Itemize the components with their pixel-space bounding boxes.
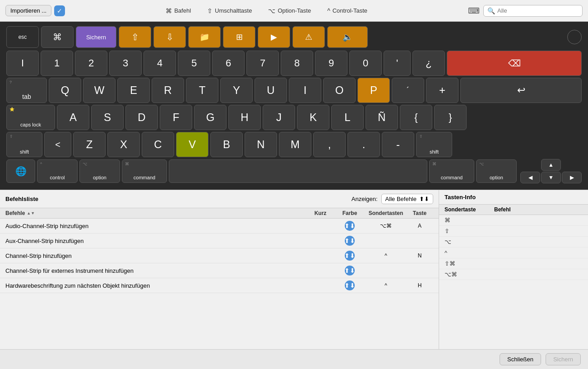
key-shift-right[interactable]: ⇧ shift [416,132,452,157]
key-o[interactable]: O [323,78,356,103]
key-i[interactable]: I [289,78,321,103]
import-button[interactable]: Importieren ... [5,5,51,16]
key-9[interactable]: 9 [315,51,347,76]
key-h[interactable]: H [228,105,261,130]
key-1[interactable]: 1 [41,51,73,76]
key-arrow-right[interactable]: ▶ [562,172,582,183]
table-row[interactable]: Audio-Channel-Strip hinzufügen ⬆⬇ ⌥⌘ A [0,219,439,234]
key-r[interactable]: R [152,78,184,103]
key-fn-shift[interactable]: ⇧ [119,26,151,48]
key-u[interactable]: U [255,78,287,103]
color-btn-4[interactable]: ⬆⬇ [345,280,355,290]
key-arrow-down[interactable]: ▼ [541,172,561,183]
key-w[interactable]: W [83,78,116,103]
key-e[interactable]: E [117,78,150,103]
key-v[interactable]: V [176,132,208,157]
key-b[interactable]: B [210,132,243,157]
table-row[interactable]: Hardwarebeschriftung zum nächsten Objekt… [0,278,439,293]
key-comma[interactable]: , [313,132,346,157]
key-arrow-left[interactable]: ◀ [520,172,540,183]
key-fn-folder[interactable]: 📁 [188,26,221,48]
table-row[interactable]: Aux-Channel-Strip hinzufügen ⬆⬇ [0,234,439,248]
close-button[interactable]: Schließen [500,353,541,365]
key-acute[interactable]: ´ [392,78,424,103]
color-btn-0[interactable]: ⬆⬇ [345,221,355,231]
key-rbrace[interactable]: } [434,105,467,130]
key-ntilde[interactable]: Ñ [366,105,398,130]
key-option-left[interactable]: ⌥ option [79,159,120,183]
table-row[interactable]: Channel-Strip hinzufügen ⬆⬇ ^ N [0,248,439,263]
key-pipe[interactable]: I [6,51,39,76]
color-btn-3[interactable]: ⬆⬇ [345,266,355,276]
key-j[interactable]: J [263,105,295,130]
key-0[interactable]: 0 [349,51,382,76]
key-fn-cmd[interactable]: ⌘ [41,26,74,48]
ki-row: ⇧⌘ [439,258,588,269]
key-fn-play[interactable]: ▶ [258,26,290,48]
checkmark-button[interactable]: ✓ [54,5,65,16]
key-p[interactable]: P [357,78,390,103]
color-btn-2[interactable]: ⬆⬇ [345,251,355,261]
keyboard-icon-button[interactable]: ⌨ [468,6,480,16]
key-command-left[interactable]: ⌘ command [122,159,167,183]
key-8[interactable]: 8 [281,51,313,76]
key-3[interactable]: 3 [109,51,142,76]
key-fn-warn[interactable]: ⚠ [292,26,325,48]
key-apostrophe[interactable]: ' [384,51,411,76]
key-period[interactable]: . [347,132,380,157]
key-fn-vol[interactable]: 🔈 [327,26,368,48]
key-caps-lock[interactable]: ⭐ caps lock [6,105,55,130]
modifier-bafehl[interactable]: ⌘ Bafehl [162,5,194,16]
caps-subtext: ⭐ [9,107,14,112]
key-fn-down[interactable]: ⇩ [153,26,186,48]
key-6[interactable]: 6 [212,51,245,76]
key-shift-left[interactable]: ⇧ shift [6,132,42,157]
modifier-option-taste[interactable]: ⌥ Option-Taste [264,5,315,16]
key-4[interactable]: 4 [144,51,176,76]
key-m[interactable]: M [279,132,311,157]
save-button[interactable]: Sichern [546,353,581,365]
key-globe[interactable]: 🌐 [6,159,35,183]
key-z[interactable]: Z [73,132,106,157]
key-fn-circle[interactable] [567,30,582,44]
key-save[interactable]: Sichern [76,26,116,48]
modifier-control-taste[interactable]: ^ Control-Taste [324,5,371,16]
key-c[interactable]: C [142,132,174,157]
key-tab[interactable]: ? tab [6,78,47,103]
key-l[interactable]: L [331,105,364,130]
key-lbrace[interactable]: { [400,105,432,130]
key-lt[interactable]: < [44,132,71,157]
row-taste-2: N [406,252,433,259]
key-esc[interactable]: esc [6,26,39,48]
key-7[interactable]: 7 [246,51,279,76]
key-t[interactable]: T [186,78,218,103]
key-arrow-up[interactable]: ▲ [541,159,561,171]
color-btn-1[interactable]: ⬆⬇ [345,236,355,246]
key-y[interactable]: Y [220,78,253,103]
key-dash[interactable]: - [382,132,414,157]
key-k[interactable]: K [297,105,329,130]
key-x[interactable]: X [107,132,140,157]
key-backspace[interactable]: ⌫ [447,51,582,76]
key-control[interactable]: ^ control [37,159,78,183]
key-plus[interactable]: + [426,78,458,103]
modifier-umschalttaste[interactable]: ⇧ Umschalttaste [204,5,255,16]
key-return[interactable]: ↩ [460,78,582,103]
table-row[interactable]: Channel-Strip für externes Instrument hi… [0,263,439,278]
key-d[interactable]: D [125,105,158,130]
key-s[interactable]: S [91,105,124,130]
key-fn-grid[interactable]: ⊞ [223,26,255,48]
key-5[interactable]: 5 [178,51,210,76]
key-a[interactable]: A [57,105,89,130]
key-g[interactable]: G [194,105,227,130]
key-2[interactable]: 2 [75,51,107,76]
anzeigen-select-wrapper[interactable]: Alle Befehle ⬆⬇ [381,194,433,204]
key-command-right[interactable]: ⌘ command [429,159,474,183]
key-q[interactable]: Q [49,78,81,103]
search-input[interactable] [497,7,579,14]
key-n[interactable]: N [245,132,277,157]
key-option-right[interactable]: ⌥ option [476,159,517,183]
key-invquest[interactable]: ¿ [412,51,445,76]
key-space[interactable] [169,159,427,183]
key-f[interactable]: F [160,105,192,130]
